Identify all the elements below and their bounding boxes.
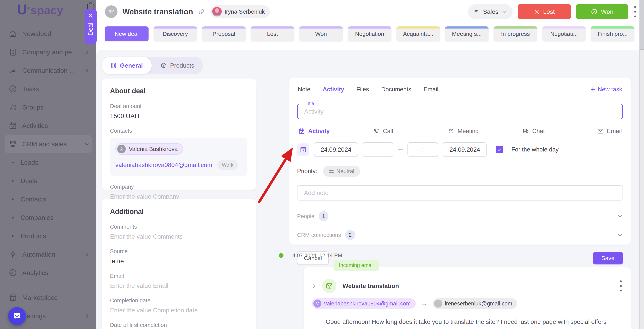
activity-title-input[interactable] xyxy=(297,104,623,119)
end-date-input[interactable]: 24.09.2024 xyxy=(443,142,487,157)
divider xyxy=(333,216,613,216)
sidebar-subitem-leads[interactable]: Leads xyxy=(0,153,96,172)
email-subject[interactable]: Website translation xyxy=(342,283,399,290)
from-address: valeriabashkirova0804@gmail.com xyxy=(324,301,411,307)
tab-general[interactable]: General xyxy=(102,57,152,74)
chevron-down-icon xyxy=(84,141,90,147)
first-completion-label: Date of first completion xyxy=(110,322,248,328)
tab-files[interactable]: Files xyxy=(356,86,369,93)
stage-chip-lost[interactable]: Lost xyxy=(251,26,294,41)
contact-email-link[interactable]: valeriiabashkirova0804@gmail.com xyxy=(116,161,212,169)
email-body-text: Good afternoon! How long does it take yo… xyxy=(326,317,617,329)
stage-chip-in-progress[interactable]: In progress xyxy=(494,26,537,41)
more-menu-button[interactable] xyxy=(634,4,636,19)
sidebar-item-company[interactable]: Company and pe... xyxy=(0,43,96,61)
stage-chip-finish[interactable]: Finish pro... xyxy=(591,26,634,41)
pipeline-select[interactable]: Sales xyxy=(468,4,512,19)
contact-email-row: valeriiabashkirova0804@gmail.com Work xyxy=(116,160,242,170)
type-label: Activity xyxy=(308,128,330,135)
stage-chip-new-deal[interactable]: New deal xyxy=(105,26,148,41)
stage-accent xyxy=(542,26,586,28)
uspacy-logo[interactable]: U spacy xyxy=(0,0,96,16)
lost-button[interactable]: Lost xyxy=(518,4,571,19)
sidebar-item-analytics[interactable]: Analytics xyxy=(0,264,96,282)
priority-chip[interactable]: Neutral xyxy=(323,166,360,177)
type-activity[interactable]: Activity xyxy=(298,128,373,135)
new-task-button[interactable]: New task xyxy=(590,86,622,93)
email-more-button[interactable] xyxy=(620,279,622,293)
sidebar-subitem-companies[interactable]: Companies xyxy=(0,208,96,227)
deal-body: General Products About deal Deal amount … xyxy=(96,50,644,329)
type-chat[interactable]: Chat xyxy=(522,128,597,135)
tab-note[interactable]: Note xyxy=(298,86,310,93)
title-field-label: Title xyxy=(304,101,316,106)
stage-accent xyxy=(202,26,246,28)
sidebar-subitem-products[interactable]: Products xyxy=(0,227,96,245)
tab-email[interactable]: Email xyxy=(424,86,438,93)
completion-date-placeholder[interactable]: Enter the value Completion date xyxy=(110,307,248,314)
activity-form-card: Note Activity Files Documents Email New … xyxy=(290,77,630,245)
sidebar-item-label: Activities xyxy=(22,122,90,129)
sidebar-subitem-deals[interactable]: Deals xyxy=(0,172,96,190)
add-note-input[interactable] xyxy=(297,185,623,201)
chevron-right-icon xyxy=(84,252,90,257)
phone-icon xyxy=(373,128,380,135)
chevron-down-icon[interactable] xyxy=(617,213,623,219)
sidebar-item-label: Settings xyxy=(22,312,84,320)
contacts-label: Contacts xyxy=(110,128,248,134)
won-button[interactable]: Won xyxy=(576,4,628,19)
whole-day-label[interactable]: For the whole day xyxy=(511,146,558,153)
stage-chip-discovery[interactable]: Discovery xyxy=(154,26,197,41)
comments-placeholder[interactable]: Enter the value Comments xyxy=(110,233,248,240)
sidebar-item-crm[interactable]: CRM and sales xyxy=(4,135,92,153)
link-icon[interactable] xyxy=(198,8,205,15)
owner-chip[interactable]: Iryna Serbeniuk xyxy=(210,5,270,18)
scrollbar-thumb[interactable] xyxy=(640,0,644,50)
calendar-picker-button[interactable] xyxy=(297,143,309,156)
type-call[interactable]: Call xyxy=(373,128,448,135)
save-button[interactable]: Save xyxy=(593,252,623,265)
stage-chip-proposal[interactable]: Proposal xyxy=(202,26,246,41)
end-time-input[interactable]: -- : -- xyxy=(408,142,438,157)
sidebar-item-newsfeed[interactable]: Newsfeed xyxy=(0,24,96,43)
email-placeholder[interactable]: Enter the value Email xyxy=(110,282,248,289)
bullet-dot xyxy=(12,235,14,237)
sidebar-item-marketplace[interactable]: Marketplace xyxy=(0,288,96,307)
sidebar-item-groups[interactable]: Groups xyxy=(0,98,96,116)
chat-launcher-button[interactable] xyxy=(8,307,26,325)
type-meeting[interactable]: Meeting xyxy=(448,128,522,135)
sidebar-subitem-label: Products xyxy=(20,232,46,240)
pipeline-stages: New deal Discovery Proposal Lost Won Neg… xyxy=(96,19,644,41)
tab-documents[interactable]: Documents xyxy=(381,86,411,93)
sidebar-item-communication[interactable]: Communication ... xyxy=(0,61,96,80)
chevron-down-icon[interactable] xyxy=(617,232,623,238)
close-icon[interactable] xyxy=(88,13,94,18)
stage-chip-negotiation-2[interactable]: Negotiati... xyxy=(542,26,586,41)
tab-products[interactable]: Products xyxy=(152,57,203,74)
crm-connections-row[interactable]: CRM connections 2 xyxy=(297,230,623,240)
expand-chevron-icon[interactable] xyxy=(312,283,317,289)
start-time-input[interactable]: -- : -- xyxy=(363,142,393,157)
to-address-chip[interactable]: ireneserbeniuk@gmail.com xyxy=(432,298,517,309)
sidebar-item-activities[interactable]: Activities xyxy=(0,116,96,135)
deal-amount-value[interactable]: 1500 UAH xyxy=(110,112,248,120)
tab-activity[interactable]: Activity xyxy=(322,86,344,93)
people-row[interactable]: People 1 xyxy=(297,211,623,221)
whole-day-checkbox[interactable] xyxy=(496,146,503,153)
stage-chip-meeting[interactable]: Meeting s... xyxy=(445,26,489,41)
deal-panel-tab[interactable]: Deal xyxy=(84,9,96,44)
sidebar-subitem-label: Contacts xyxy=(20,196,46,203)
stage-chip-acquaintance[interactable]: Acquainta... xyxy=(396,26,440,41)
scrollbar[interactable] xyxy=(640,0,644,329)
sidebar-item-automation[interactable]: Automation xyxy=(0,245,96,264)
sidebar-subitem-contacts[interactable]: Contacts xyxy=(0,190,96,208)
stage-chip-negotiation[interactable]: Negotiation xyxy=(348,26,392,41)
type-email[interactable]: Email xyxy=(597,128,622,135)
source-value[interactable]: Інше xyxy=(110,258,248,265)
stage-label: Won xyxy=(312,31,330,37)
stage-chip-won[interactable]: Won xyxy=(299,26,343,41)
contact-chip[interactable]: Valeriia Bashkirova xyxy=(116,143,183,155)
sidebar-item-tasks[interactable]: Tasks xyxy=(0,80,96,98)
from-address-chip[interactable]: V valeriabashkirova0804@gmail.com xyxy=(312,298,416,309)
start-date-input[interactable]: 24.09.2024 xyxy=(314,142,358,157)
